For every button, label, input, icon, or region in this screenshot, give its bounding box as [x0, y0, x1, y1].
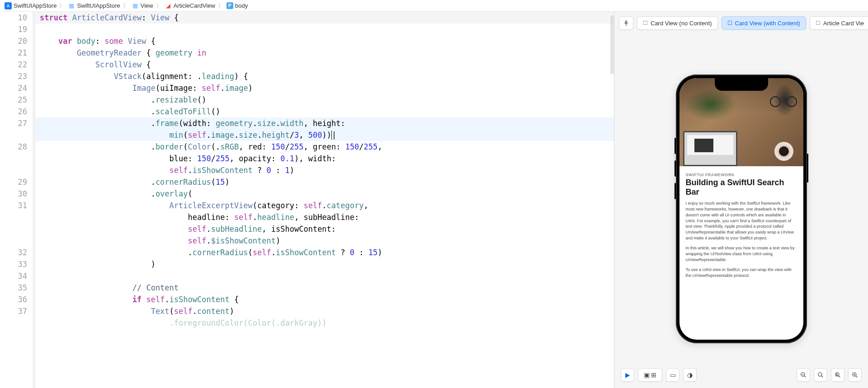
article-paragraph: To use a UIKit view in SwiftUI, you can …: [686, 267, 797, 278]
bag-icon: ☐: [816, 20, 821, 26]
preview-panel: ☐Card View (no Content) ☐Card View (with…: [614, 12, 868, 388]
variants-button[interactable]: ◑: [683, 368, 697, 382]
bc-file[interactable]: ArticleCardView: [174, 2, 215, 9]
svg-point-6: [818, 373, 822, 376]
preview-tab-3[interactable]: ☐Article Card Vie: [810, 16, 868, 30]
line-gutter: 1019202122232425262728293031323334353637: [0, 12, 33, 388]
preview-bottom-toolbar: ▶ ▣ ⊞ ▭ ◑ 1: [614, 368, 868, 382]
project-icon: A: [5, 2, 12, 9]
article-paragraph: I enjoy so much working with the SwiftUI…: [686, 201, 797, 241]
svg-text:1: 1: [836, 374, 838, 376]
zoom-out-button[interactable]: [797, 368, 810, 382]
zoom-in-button[interactable]: [848, 368, 862, 382]
zoom-actual-button[interactable]: 1: [831, 368, 844, 382]
property-icon: P: [226, 2, 233, 9]
svg-line-9: [839, 376, 840, 378]
preview-toolbar: ☐Card View (no Content) ☐Card View (with…: [614, 12, 868, 30]
device-screen: SWIFTUI FRAMEWORK Building a SwiftUI Sea…: [679, 78, 803, 340]
svg-line-4: [804, 376, 806, 378]
svg-line-12: [856, 376, 858, 378]
preview-tab-2[interactable]: ☐Card View (with Content): [722, 16, 806, 30]
article-header: SWIFTUI FRAMEWORK Building a SwiftUI Sea…: [679, 166, 803, 201]
bc-folder[interactable]: View: [141, 2, 153, 9]
article-category: SWIFTUI FRAMEWORK: [686, 173, 797, 177]
pill-label: Article Card Vie: [823, 20, 864, 27]
pin-button[interactable]: [619, 16, 633, 30]
chevron-icon: 〉: [217, 2, 225, 10]
bc-project[interactable]: SwiftUIAppStore: [14, 2, 57, 9]
play-button[interactable]: ▶: [621, 368, 634, 382]
article-body: I enjoy so much working with the SwiftUI…: [679, 201, 803, 278]
bc-symbol[interactable]: body: [235, 2, 248, 9]
preview-canvas[interactable]: SWIFTUI FRAMEWORK Building a SwiftUI Sea…: [614, 30, 868, 388]
article-paragraph: In this article, we will show you how to…: [686, 245, 797, 262]
pill-label: Card View (no Content): [651, 20, 712, 27]
preview-tab-1[interactable]: ☐Card View (no Content): [637, 16, 718, 30]
swift-icon: ◢: [165, 2, 172, 9]
chevron-icon: 〉: [155, 2, 163, 10]
hero-image: [679, 78, 803, 166]
svg-line-7: [821, 376, 823, 378]
layout-buttons[interactable]: ▣ ⊞: [638, 368, 662, 382]
bag-icon: ☐: [727, 20, 732, 26]
folder-icon: ▦: [132, 2, 139, 9]
article-headline: Building a SwiftUI Search Bar: [686, 178, 797, 197]
pill-label: Card View (with Content): [735, 20, 800, 27]
bc-target[interactable]: SwiftUIAppStore: [77, 2, 120, 9]
code-area[interactable]: struct ArticleCardView: View { var body:…: [35, 12, 614, 388]
zoom-fit-button[interactable]: [814, 368, 827, 382]
chevron-icon: 〉: [122, 2, 130, 10]
device-settings-button[interactable]: ▭: [666, 368, 679, 382]
scrollbar[interactable]: [610, 15, 614, 74]
chevron-icon: 〉: [58, 2, 66, 10]
breadcrumb[interactable]: A SwiftUIAppStore 〉 ▦ SwiftUIAppStore 〉 …: [0, 0, 868, 12]
folder-icon: ▦: [68, 2, 75, 9]
device-notch: [715, 78, 768, 91]
bag-icon: ☐: [643, 20, 648, 26]
device-frame: SWIFTUI FRAMEWORK Building a SwiftUI Sea…: [676, 75, 807, 343]
code-editor[interactable]: 1019202122232425262728293031323334353637…: [0, 12, 614, 388]
